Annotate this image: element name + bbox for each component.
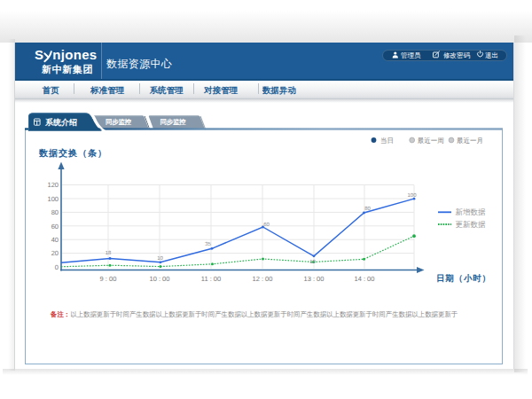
svg-text:80: 80	[51, 208, 59, 216]
svg-text:日期（小时）: 日期（小时）	[436, 273, 491, 284]
svg-text:60: 60	[263, 222, 270, 228]
svg-text:最近一月: 最近一月	[457, 137, 483, 145]
svg-text:10 : 00: 10 : 00	[150, 275, 170, 283]
svg-text:同步监控: 同步监控	[160, 118, 187, 126]
svg-text:10: 10	[309, 259, 316, 265]
svg-text:18: 18	[106, 250, 112, 256]
svg-text:60: 60	[51, 223, 59, 231]
svg-text:最近一周: 最近一周	[418, 137, 444, 145]
svg-text:10: 10	[157, 255, 163, 262]
svg-text:更新数据: 更新数据	[456, 220, 487, 229]
svg-text:0: 0	[55, 263, 59, 271]
svg-text:14 : 00: 14 : 00	[355, 275, 375, 283]
svg-text:100: 100	[407, 192, 417, 199]
svg-text:同步监控: 同步监控	[106, 118, 132, 126]
svg-text:11 : 00: 11 : 00	[201, 275, 221, 283]
svg-text:40: 40	[51, 236, 59, 244]
svg-text:12 : 00: 12 : 00	[253, 275, 273, 283]
svg-text:80: 80	[364, 206, 371, 212]
svg-text:100: 100	[47, 195, 59, 203]
svg-text:当日: 当日	[380, 137, 394, 145]
svg-text:120: 120	[47, 181, 59, 189]
svg-text:系统介绍: 系统介绍	[44, 118, 77, 127]
svg-text:35: 35	[205, 241, 211, 247]
svg-text:9 : 00: 9 : 00	[100, 275, 117, 283]
svg-text:20: 20	[51, 249, 59, 257]
svg-text:新增数据: 新增数据	[456, 207, 487, 216]
svg-text:13 : 00: 13 : 00	[304, 275, 325, 283]
svg-text:数据交换（条）: 数据交换（条）	[38, 148, 107, 159]
